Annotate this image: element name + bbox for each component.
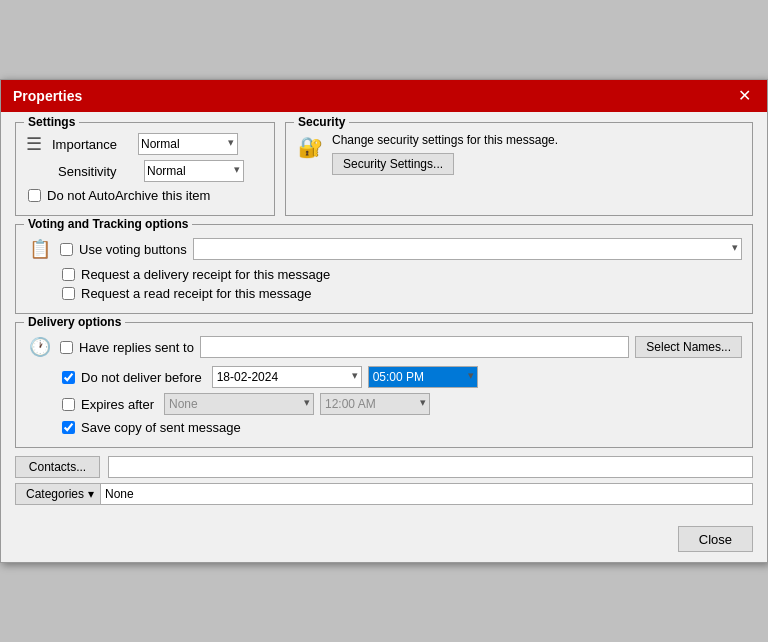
delivery-section: Delivery options 🕐 Have replies sent to … — [15, 322, 753, 448]
top-sections: Settings ☰ Importance Low Normal High Se… — [15, 122, 753, 216]
delivery-receipt-checkbox[interactable] — [62, 268, 75, 281]
security-right: Change security settings for this messag… — [332, 133, 558, 175]
contacts-input[interactable] — [108, 456, 753, 478]
read-receipt-checkbox[interactable] — [62, 287, 75, 300]
autoarchive-label: Do not AutoArchive this item — [47, 188, 210, 203]
close-icon[interactable]: ✕ — [734, 88, 755, 104]
dialog-footer: Close — [1, 520, 767, 562]
voting-legend: Voting and Tracking options — [24, 217, 192, 231]
do-not-deliver-row: Do not deliver before 18-02-2024 05:00 P… — [62, 366, 742, 388]
sensitivity-select[interactable]: Normal Personal Private Confidential — [144, 160, 244, 182]
delivery-icon: 🕐 — [26, 333, 54, 361]
delivery-receipt-row: Request a delivery receipt for this mess… — [62, 267, 742, 282]
importance-icon: ☰ — [26, 133, 42, 155]
categories-chevron-icon: ▾ — [88, 487, 94, 501]
do-not-deliver-label: Do not deliver before — [81, 370, 202, 385]
settings-section: Settings ☰ Importance Low Normal High Se… — [15, 122, 275, 216]
save-copy-checkbox[interactable] — [62, 421, 75, 434]
security-legend: Security — [294, 115, 349, 129]
voting-dropdown[interactable]: Approve;Reject Yes;No Yes;No;Maybe — [193, 238, 742, 260]
contacts-button[interactable]: Contacts... — [15, 456, 100, 478]
security-icon: 🔐 — [296, 133, 324, 161]
select-names-button[interactable]: Select Names... — [635, 336, 742, 358]
expires-label: Expires after — [81, 397, 154, 412]
properties-dialog: Properties ✕ Settings ☰ Importance Low N… — [0, 79, 768, 563]
voting-dropdown-wrap: Approve;Reject Yes;No Yes;No;Maybe — [193, 238, 742, 260]
expires-date-select[interactable]: None — [164, 393, 314, 415]
settings-legend: Settings — [24, 115, 79, 129]
have-replies-checkbox[interactable] — [60, 341, 73, 354]
categories-row: Categories ▾ — [15, 483, 753, 505]
security-description: Change security settings for this messag… — [332, 133, 558, 147]
importance-label: Importance — [52, 137, 132, 152]
importance-select-wrap: Low Normal High — [138, 133, 238, 155]
importance-select[interactable]: Low Normal High — [138, 133, 238, 155]
delivery-receipt-label: Request a delivery receipt for this mess… — [81, 267, 330, 282]
sensitivity-select-wrap: Normal Personal Private Confidential — [144, 160, 244, 182]
voting-icon: 📋 — [26, 235, 54, 263]
categories-input[interactable] — [101, 483, 753, 505]
expires-time-wrap: 12:00 AM — [320, 393, 430, 415]
contacts-row: Contacts... — [15, 456, 753, 478]
autoarchive-checkbox[interactable] — [28, 189, 41, 202]
categories-button-label: Categories — [26, 487, 84, 501]
security-settings-button[interactable]: Security Settings... — [332, 153, 454, 175]
dialog-body: Settings ☰ Importance Low Normal High Se… — [1, 112, 767, 520]
sensitivity-label: Sensitivity — [58, 164, 138, 179]
dialog-title: Properties — [13, 88, 82, 104]
expires-date-wrap: None — [164, 393, 314, 415]
replies-row: 🕐 Have replies sent to Select Names... — [26, 333, 742, 361]
use-voting-label: Use voting buttons — [79, 242, 187, 257]
voting-row: 📋 Use voting buttons Approve;Reject Yes;… — [26, 235, 742, 263]
replies-input[interactable] — [200, 336, 629, 358]
sensitivity-row: Sensitivity Normal Personal Private Conf… — [58, 160, 264, 182]
voting-section: Voting and Tracking options 📋 Use voting… — [15, 224, 753, 314]
do-not-deliver-checkbox[interactable] — [62, 371, 75, 384]
date-select-wrap: 18-02-2024 — [212, 366, 362, 388]
categories-button[interactable]: Categories ▾ — [15, 483, 101, 505]
autoarchive-row: Do not AutoArchive this item — [28, 188, 264, 203]
importance-row: ☰ Importance Low Normal High — [26, 133, 264, 155]
title-bar: Properties ✕ — [1, 80, 767, 112]
date-select[interactable]: 18-02-2024 — [212, 366, 362, 388]
close-button[interactable]: Close — [678, 526, 753, 552]
delivery-legend: Delivery options — [24, 315, 125, 329]
use-voting-checkbox[interactable] — [60, 243, 73, 256]
read-receipt-label: Request a read receipt for this message — [81, 286, 312, 301]
expires-checkbox[interactable] — [62, 398, 75, 411]
read-receipt-row: Request a read receipt for this message — [62, 286, 742, 301]
have-replies-label: Have replies sent to — [79, 340, 194, 355]
time-select-wrap: 05:00 PM — [368, 366, 478, 388]
expires-time-select[interactable]: 12:00 AM — [320, 393, 430, 415]
save-copy-row: Save copy of sent message — [62, 420, 742, 435]
security-section: Security 🔐 Change security settings for … — [285, 122, 753, 216]
save-copy-label: Save copy of sent message — [81, 420, 241, 435]
security-content: 🔐 Change security settings for this mess… — [296, 133, 742, 175]
expires-row: Expires after None 12:00 AM — [62, 393, 742, 415]
time-select[interactable]: 05:00 PM — [368, 366, 478, 388]
